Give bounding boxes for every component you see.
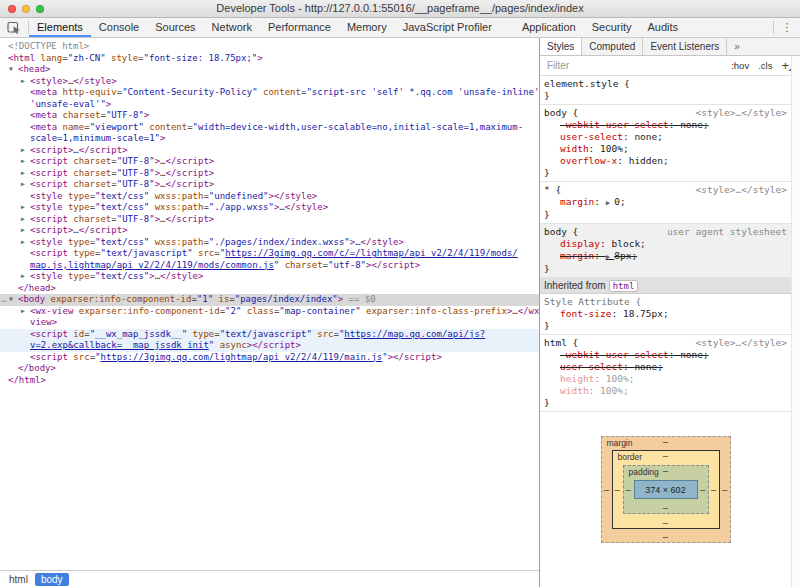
expand-arrow-icon[interactable]: ▶ (21, 225, 25, 237)
css-property[interactable]: -webkit-user-select: none; (544, 349, 787, 361)
dom-tree-node[interactable]: <meta name="viewport" content="width=dev… (0, 122, 539, 134)
box-border[interactable]: border – – – – padding – – – – 374 × 602 (612, 450, 720, 529)
sidebar-tab-styles[interactable]: Styles (540, 38, 582, 55)
dom-tree-node[interactable]: map.js,lightmap/api_v2/2/4/119/mods/comm… (0, 260, 539, 272)
toggle-hover-state-button[interactable]: :hov (731, 60, 749, 71)
collapse-arrow-icon[interactable]: ▼ (9, 294, 13, 306)
border-right-value[interactable]: – (711, 485, 716, 495)
sidebar-tab-event-listeners[interactable]: Event Listeners (643, 38, 727, 55)
padding-bottom-value[interactable]: – (663, 503, 668, 513)
rule-source-link[interactable]: <style>…</style> (695, 107, 787, 119)
dom-tree-node[interactable]: ▶<script>…</script> (0, 145, 539, 157)
tab-memory[interactable]: Memory (339, 18, 395, 37)
dom-tree-node[interactable]: ▶<script charset="UTF-8">…</script> (0, 214, 539, 226)
collapse-arrow-icon[interactable]: ▼ (9, 64, 13, 76)
tab-elements[interactable]: Elements (29, 18, 91, 37)
breadcrumb-item-html[interactable]: html (5, 573, 32, 586)
css-property[interactable]: width: 100%; (544, 143, 787, 155)
css-property[interactable]: width: 100%; (544, 385, 787, 397)
minimize-button[interactable] (22, 5, 30, 13)
toggle-class-button[interactable]: .cls (758, 60, 772, 71)
sidebar-tab-computed[interactable]: Computed (582, 38, 643, 55)
expand-arrow-icon[interactable]: ▶ (21, 179, 25, 191)
expand-arrow-icon[interactable]: ▶ (21, 145, 25, 157)
tab-application[interactable]: Application (514, 18, 584, 37)
tab-security[interactable]: Security (584, 18, 640, 37)
css-property[interactable]: margin: ▶ 8px; (544, 250, 787, 263)
expand-value-arrow-icon[interactable]: ▶ (606, 199, 614, 207)
dom-tree-node[interactable]: v=2.exp&callback=__map_jssdk_init" async… (0, 340, 539, 352)
dom-tree-node[interactable]: <script id="__wx_map_jssdk__" type="text… (0, 329, 539, 341)
tab-sources[interactable]: Sources (147, 18, 203, 37)
dom-tree-node[interactable]: ▶<script charset="UTF-8">…</script> (0, 168, 539, 180)
padding-left-value[interactable]: – (626, 485, 631, 495)
dom-tree-node[interactable]: <meta charset="UTF-8"> (0, 110, 539, 122)
kebab-menu-icon[interactable]: ⋮ (774, 18, 800, 37)
breadcrumb-item-body[interactable]: body (35, 573, 69, 586)
rule-source-link[interactable]: <style>…</style> (695, 184, 787, 196)
css-property[interactable]: margin: ▶ 0; (544, 196, 787, 209)
dom-tree-node[interactable]: <script type="text/javascript" src="http… (0, 248, 539, 260)
margin-left-value[interactable]: – (604, 485, 609, 495)
expand-arrow-icon[interactable]: ▶ (21, 306, 25, 318)
tab-network[interactable]: Network (204, 18, 260, 37)
padding-right-value[interactable]: – (700, 485, 705, 495)
box-margin[interactable]: margin – – – – border – – – – padding – (601, 436, 731, 543)
dom-tree-node[interactable]: </html> (0, 375, 539, 387)
padding-top-value[interactable]: – (663, 466, 668, 476)
hidden-nodes-ellipsis[interactable]: … (1, 294, 6, 306)
tab-performance[interactable]: Performance (260, 18, 339, 37)
dom-tree-node[interactable]: </head> (0, 283, 539, 295)
css-selector[interactable]: element.style { (544, 78, 787, 90)
expand-arrow-icon[interactable]: ▶ (21, 168, 25, 180)
rule-source-link[interactable]: user agent stylesheet (667, 226, 787, 238)
tab-audits[interactable]: Audits (639, 18, 686, 37)
expand-arrow-icon[interactable]: ▶ (21, 214, 25, 226)
dom-tree-node[interactable]: ▶<script>…</script> (0, 225, 539, 237)
tab-console[interactable]: Console (91, 18, 147, 37)
rule-source-link[interactable]: <style>…</style> (695, 337, 787, 349)
border-bottom-value[interactable]: – (663, 518, 668, 528)
dom-tree-node[interactable]: <script src="https://3gimg.qq.com/lightm… (0, 352, 539, 364)
expand-value-arrow-icon[interactable]: ▶ (606, 253, 614, 261)
resource-link[interactable]: https://3gimg.qq.com/lightmap/api_v2/2/4… (100, 352, 382, 362)
css-property[interactable]: -webkit-user-select: none; (544, 119, 787, 131)
dom-tree-node[interactable]: 'unsafe-eval'"> (0, 99, 539, 111)
css-property[interactable]: overflow-x: hidden; (544, 155, 787, 167)
more-tabs-chevron[interactable]: » (727, 38, 747, 55)
filter-input[interactable]: Filter (547, 60, 722, 71)
expand-arrow-icon[interactable]: ▶ (21, 156, 25, 168)
box-padding[interactable]: padding – – – – 374 × 602 (623, 465, 709, 514)
margin-top-value[interactable]: – (663, 437, 668, 447)
css-property[interactable]: display: block; (544, 238, 787, 250)
css-property[interactable]: height: 100%; (544, 373, 787, 385)
expand-arrow-icon[interactable]: ▶ (21, 202, 25, 214)
dom-tree-node[interactable]: <!DOCTYPE html> (0, 41, 539, 53)
dom-tree-node[interactable]: ▶<wx-view exparser:info-component-id="2"… (0, 306, 539, 318)
zoom-button[interactable] (36, 5, 44, 13)
scrollbar-track[interactable] (791, 56, 800, 587)
dom-tree-node[interactable]: <style type="text/css" wxss:path="undefi… (0, 191, 539, 203)
css-property[interactable]: user-select: none; (544, 131, 787, 143)
resource-link[interactable]: v=2.exp&callback=__map_jssdk_init (30, 340, 209, 350)
border-left-value[interactable]: – (615, 485, 620, 495)
dom-tree-node[interactable]: ▶<style type="text/css">…</style> (0, 271, 539, 283)
dom-tree-node[interactable]: <meta http-equiv="Content-Security-Polic… (0, 87, 539, 99)
box-content-size[interactable]: 374 × 602 (634, 480, 698, 499)
close-button[interactable] (8, 5, 16, 13)
resource-link[interactable]: https://3gimg.qq.com/c/=/lightmap/api_v2… (225, 248, 518, 258)
dom-tree-node[interactable]: view> (0, 317, 539, 329)
resource-link[interactable]: map.js,lightmap/api_v2/2/4/119/mods/comm… (30, 260, 274, 270)
dom-tree-node[interactable]: …▼<body exparser:info-component-id="1" i… (0, 294, 539, 306)
dom-tree-node[interactable]: ▶<script charset="UTF-8">…</script> (0, 156, 539, 168)
margin-right-value[interactable]: – (722, 485, 727, 495)
expand-arrow-icon[interactable]: ▶ (21, 271, 25, 283)
dom-tree-node[interactable]: <html lang="zh-CN" style="font-size: 18.… (0, 53, 539, 65)
tab-javascript-profiler[interactable]: JavaScript Profiler (395, 18, 500, 37)
dom-tree-node[interactable]: </body> (0, 363, 539, 375)
dom-tree-node[interactable]: ▶<style type="text/css" wxss:path="./app… (0, 202, 539, 214)
dom-tree-node[interactable]: ▼<head> (0, 64, 539, 76)
node-link-html[interactable]: html (609, 280, 639, 292)
dom-tree-node[interactable]: ▶<style>…</style> (0, 76, 539, 88)
expand-arrow-icon[interactable]: ▶ (21, 76, 25, 88)
